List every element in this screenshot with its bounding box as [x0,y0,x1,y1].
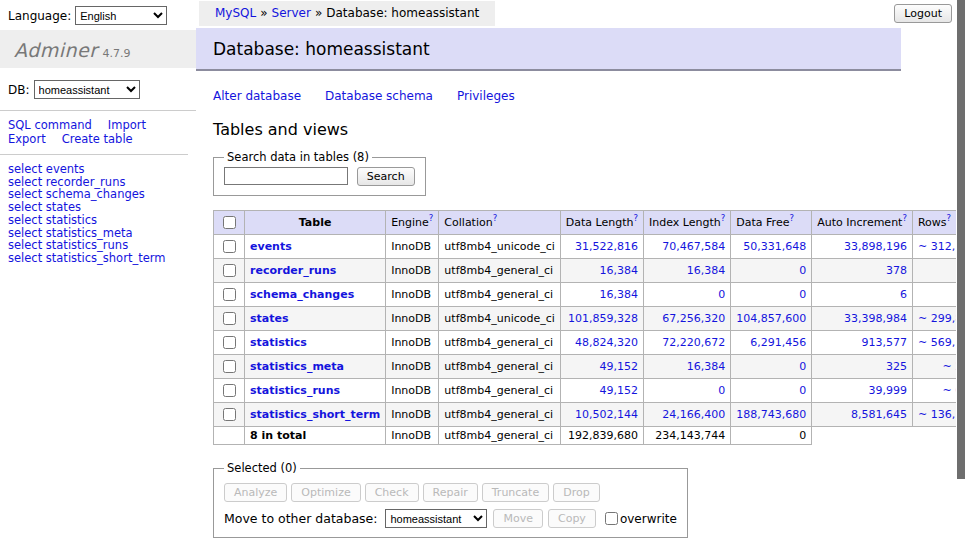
table-name-cell: recorder_runs [245,259,386,283]
truncate-button[interactable]: Truncate [482,483,549,502]
overwrite-label: overwrite [620,512,677,526]
total-collation: utf8mb4_general_ci [439,427,560,445]
row-checkbox[interactable] [223,240,236,253]
overwrite-checkbox[interactable] [605,512,618,525]
help-link[interactable]: ? [493,213,498,223]
cell-collation: utf8mb4_general_ci [439,331,560,355]
row-checkbox[interactable] [223,360,236,373]
repair-button[interactable]: Repair [423,483,478,502]
sidebar-select-table-link[interactable]: select events [8,163,196,176]
cell-auto_increment: 6 [812,283,913,307]
help-link[interactable]: ? [902,213,907,223]
search-button[interactable]: Search [357,167,415,186]
app-name: Adminer [14,39,98,61]
cell-data_length: 10,502,144 [560,403,643,427]
help-link[interactable]: ? [634,213,639,223]
cell-engine: InnoDB [386,235,439,259]
database-actions: Alter databaseDatabase schemaPrivileges [213,89,966,103]
cell-data_length: 101,859,328 [560,307,643,331]
move-db-select[interactable]: homeassistant [385,509,487,528]
table-row: statistics_runsInnoDButf8mb4_general_ci4… [214,379,966,403]
cell-index_length: 16,384 [644,355,731,379]
sidebar-table-links: select eventsselect recorder_runsselect … [0,155,196,265]
total-data_free: 0 [731,427,812,445]
table-link[interactable]: events [250,240,292,253]
sidebar-link[interactable]: Import [108,118,146,132]
row-checkbox[interactable] [223,408,236,421]
sidebar-select-table-link[interactable]: select statistics [8,214,196,227]
cell-index_length: 16,384 [644,259,731,283]
move-row: Move to other database: homeassistant Mo… [224,509,677,528]
scrollbar-thumb[interactable] [957,0,965,479]
table-link[interactable]: statistics_runs [250,384,340,397]
cell-collation: utf8mb4_general_ci [439,403,560,427]
table-row: schema_changesInnoDButf8mb4_general_ci16… [214,283,966,307]
row-checkbox[interactable] [223,264,236,277]
row-checkbox[interactable] [223,288,236,301]
check-button[interactable]: Check [365,483,419,502]
help-link[interactable]: ? [947,213,952,223]
app-title: Adminer 4.7.9 [0,30,196,68]
db-chooser: DB:homeassistant [0,68,196,111]
column-header: Data Length? [560,211,643,235]
language-select[interactable]: English [75,6,167,25]
help-link[interactable]: ? [721,213,726,223]
help-link[interactable]: ? [789,213,794,223]
main-content: Alter databaseDatabase schemaPrivileges … [196,89,966,543]
total-data_length: 192,839,680 [560,427,643,445]
breadcrumb-item[interactable]: MySQL [215,6,256,20]
drop-button[interactable]: Drop [553,483,599,502]
cell-engine: InnoDB [386,403,439,427]
cell-collation: utf8mb4_general_ci [439,259,560,283]
total-row: 8 in totalInnoDButf8mb4_general_ci192,83… [214,427,966,445]
help-link[interactable]: ? [429,213,434,223]
cell-engine: InnoDB [386,307,439,331]
move-button[interactable]: Move [493,509,543,528]
vertical-scrollbar[interactable] [956,0,966,543]
table-name-cell: statistics_runs [245,379,386,403]
cell-auto_increment: 378 [812,259,913,283]
row-checkbox[interactable] [223,384,236,397]
search-input[interactable] [224,167,348,185]
copy-button[interactable]: Copy [548,509,596,528]
row-checkbox[interactable] [223,312,236,325]
db-action-link[interactable]: Alter database [213,89,301,103]
db-select[interactable]: homeassistant [34,80,140,99]
column-header: Auto Increment? [812,211,913,235]
sidebar-link[interactable]: SQL command [8,118,92,132]
cell-engine: InnoDB [386,355,439,379]
table-link[interactable]: statistics_short_term [250,408,380,421]
sidebar-link[interactable]: Export [8,132,46,146]
overwrite-option: overwrite [601,512,677,526]
table-link[interactable]: recorder_runs [250,264,336,277]
optimize-button[interactable]: Optimize [291,483,360,502]
row-checkbox-cell [214,379,245,403]
cell-index_length: 67,256,320 [644,307,731,331]
sidebar-link[interactable]: Create table [62,132,133,146]
db-action-link[interactable]: Database schema [325,89,433,103]
breadcrumb: MySQL»Server»Database: homeassistant [199,1,495,26]
table-link[interactable]: states [250,312,289,325]
language-chooser: Language:English [8,6,167,25]
table-link[interactable]: schema_changes [250,288,354,301]
cell-index_length: 70,467,584 [644,235,731,259]
table-link[interactable]: statistics [250,336,307,349]
cell-auto_increment: 33,398,984 [812,307,913,331]
total-empty-cell [214,427,245,445]
db-action-link[interactable]: Privileges [457,89,515,103]
table-link[interactable]: statistics_meta [250,360,344,373]
cell-data_free: 104,857,600 [731,307,812,331]
cell-index_length: 0 [644,379,731,403]
breadcrumb-separator: » [315,6,322,20]
row-checkbox[interactable] [223,336,236,349]
breadcrumb-item[interactable]: Server [272,6,311,20]
row-checkbox-cell [214,331,245,355]
sidebar-menu-links: SQL commandImportExportCreate table [0,111,188,155]
total-label-cell: 8 in total [245,427,386,445]
sidebar-select-table-link[interactable]: select statistics_short_term [8,252,196,265]
table-row: statesInnoDButf8mb4_unicode_ci101,859,32… [214,307,966,331]
sidebar-select-table-link[interactable]: select states [8,201,196,214]
cell-data_free: 0 [731,283,812,307]
select-all-checkbox[interactable] [223,216,236,229]
analyze-button[interactable]: Analyze [224,483,287,502]
